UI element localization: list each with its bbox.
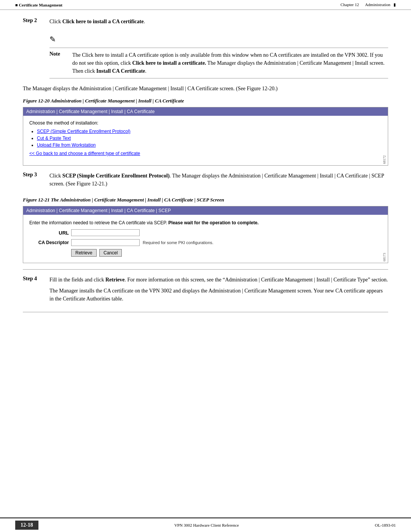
paragraph2: The Manager installs the CA certificate …	[49, 287, 388, 303]
paragraph1: The Manager displays the Administration …	[23, 85, 388, 93]
figure1-link1: SCEP (Simple Certificate Enrollment Prot…	[37, 129, 382, 134]
step4-bold: Retrieve	[105, 277, 125, 283]
form-buttons: Retrieve Cancel	[71, 249, 382, 257]
figure1-box: Administration | Certificate Management …	[23, 107, 388, 166]
step4-row: Step 4 Fill in the fields and click Retr…	[23, 276, 388, 306]
note-bold1: Click here to install a certificate.	[132, 60, 206, 66]
pencil-icon: ✎	[49, 35, 388, 44]
url-input[interactable]	[71, 229, 140, 236]
step3-label: Step 3	[23, 172, 49, 178]
page-number: 12-18	[15, 521, 38, 530]
note-row: Note The Click here to install a CA cert…	[49, 48, 388, 78]
note-content: The Click here to install a CA certifica…	[72, 51, 388, 75]
note-text3: .	[145, 68, 147, 74]
figure2-desc: Enter the information needed to retrieve…	[29, 219, 382, 226]
divider1	[23, 269, 388, 270]
ca-input[interactable]	[71, 239, 140, 246]
footer-right: OL-1893-01	[375, 523, 396, 527]
divider2	[23, 312, 388, 312]
figure1-number: 68172	[382, 155, 386, 164]
breadcrumb-icon: ■	[15, 3, 18, 7]
breadcrumb-top: ■ Certificate Management	[15, 3, 62, 7]
chapter-header: Chapter 12 Administration ▮	[341, 2, 396, 7]
figure2-caption: Figure 12-21 The Administration | Certif…	[23, 197, 388, 203]
step2-text: Click	[49, 19, 62, 24]
step3-row: Step 3 Click SCEP (Simple Certificate En…	[23, 172, 388, 191]
step2-label: Step 2	[23, 18, 49, 24]
url-label: URL	[29, 230, 71, 236]
ca-row: CA Descriptor Required for some PKI conf…	[29, 239, 382, 246]
step4-text: Fill in the fields and click	[49, 277, 105, 283]
main-content: Step 2 Click Click here to install a CA …	[0, 10, 411, 326]
step2-row: Step 2 Click Click here to install a CA …	[23, 18, 388, 29]
ca-label: CA Descriptor	[29, 240, 71, 245]
figure2-body: Enter the information needed to retrieve…	[23, 215, 388, 263]
figure1-titlebar: Administration | Certificate Management …	[23, 107, 388, 116]
note-bold2: Install CA Certificate	[96, 68, 145, 74]
figure1-body: Choose the method of installation: SCEP …	[23, 116, 388, 165]
figure1-choose: Choose the method of installation:	[29, 120, 382, 126]
figure1-link2: Cut & Paste Text	[37, 136, 382, 141]
footer-center: VPN 3002 Hardware Client Reference	[174, 523, 239, 527]
cancel-button[interactable]: Cancel	[99, 249, 122, 257]
figure1-caption: Figure 12-20 Administration | Certificat…	[23, 98, 388, 104]
step3-text: Click	[49, 173, 62, 179]
retrieve-button[interactable]: Retrieve	[71, 249, 97, 257]
figure2-titlebar: Administration | Certificate Management …	[23, 206, 388, 215]
step4-label: Step 4	[23, 276, 49, 282]
step3-bold: SCEP (Simple Certificate Enrollment Prot…	[62, 173, 170, 179]
step4-content: Fill in the fields and click Retrieve. F…	[49, 276, 388, 306]
step2-end: .	[143, 19, 145, 24]
step4-text2: . For more information on this screen, s…	[125, 277, 388, 283]
step3-content: Click SCEP (Simple Certificate Enrollmen…	[49, 172, 388, 191]
figure2-number: 68173	[382, 253, 386, 262]
figure1-link3: Upload File from Workstation	[37, 142, 382, 148]
note-label: Note	[49, 51, 72, 75]
figure1-list: SCEP (Simple Certificate Enrollment Prot…	[37, 129, 382, 148]
figure2-box: Administration | Certificate Management …	[23, 206, 388, 263]
url-row: URL	[29, 229, 382, 236]
page-topbar: ■ Certificate Management Chapter 12 Admi…	[0, 0, 411, 10]
page-footer: 12-18 VPN 3002 Hardware Client Reference…	[0, 518, 411, 532]
step2-content: Click Click here to install a CA certifi…	[49, 18, 388, 29]
step2-bold: Click here to install a CA certificate	[62, 19, 144, 24]
figure1-backlink[interactable]: << Go back to and choose a different typ…	[29, 151, 140, 156]
ca-note: Required for some PKI configurations.	[143, 240, 213, 245]
